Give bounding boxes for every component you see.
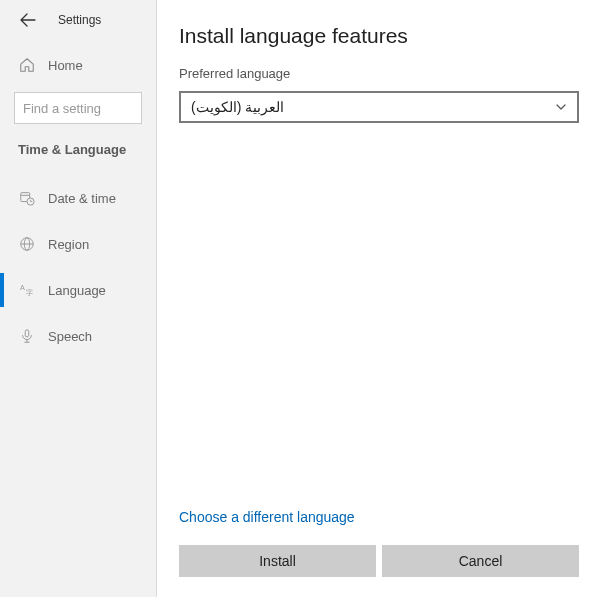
calendar-clock-icon xyxy=(18,189,36,207)
dropdown-value: العربية (الكويت) xyxy=(191,99,284,115)
sidebar-item-date-time[interactable]: Date & time xyxy=(0,175,156,221)
globe-icon xyxy=(18,235,36,253)
main-panel: Install language features Preferred lang… xyxy=(157,0,601,597)
install-button[interactable]: Install xyxy=(179,545,376,577)
sidebar-item-region[interactable]: Region xyxy=(0,221,156,267)
section-heading: Time & Language xyxy=(0,142,156,175)
preferred-language-dropdown[interactable]: العربية (الكويت) xyxy=(179,91,579,123)
nav-label: Speech xyxy=(48,329,92,344)
chevron-down-icon xyxy=(555,101,567,113)
nav-label: Date & time xyxy=(48,191,116,206)
search-input[interactable] xyxy=(23,101,133,116)
sidebar-item-language[interactable]: A字 Language xyxy=(0,267,156,313)
button-row: Install Cancel xyxy=(179,545,579,577)
language-icon: A字 xyxy=(18,281,36,299)
bottom-area: Choose a different language Install Canc… xyxy=(179,508,579,577)
page-title: Install language features xyxy=(179,24,579,48)
svg-text:字: 字 xyxy=(26,289,33,297)
nav-label: Language xyxy=(48,283,106,298)
preferred-language-label: Preferred language xyxy=(179,66,579,81)
cancel-button[interactable]: Cancel xyxy=(382,545,579,577)
nav-label: Region xyxy=(48,237,89,252)
sidebar-header: Settings xyxy=(0,12,156,46)
svg-rect-8 xyxy=(25,330,29,337)
choose-different-language-link[interactable]: Choose a different language xyxy=(179,509,355,525)
microphone-icon xyxy=(18,327,36,345)
search-box[interactable] xyxy=(14,92,142,124)
sidebar-item-home[interactable]: Home xyxy=(0,46,156,84)
svg-text:A: A xyxy=(20,284,25,292)
home-label: Home xyxy=(48,58,83,73)
home-icon xyxy=(18,56,36,74)
settings-sidebar: Settings Home Time & Language Date & tim… xyxy=(0,0,157,597)
sidebar-title: Settings xyxy=(58,13,101,27)
back-arrow-icon[interactable] xyxy=(20,12,36,28)
sidebar-item-speech[interactable]: Speech xyxy=(0,313,156,359)
